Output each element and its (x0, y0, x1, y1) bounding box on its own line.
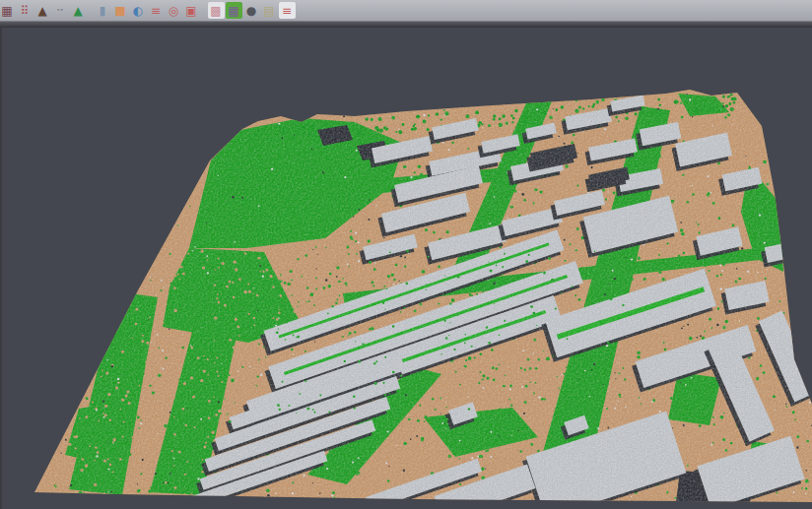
dark-grain-overlay (0, 84, 812, 509)
point-cloud-scene (0, 0, 812, 509)
cloud-clip-group (0, 84, 812, 509)
application-window: ▦⠿▲⠒▲▮■◐≡◎▣▩▦●▤≡ (0, 0, 812, 509)
viewport-3d[interactable] (0, 28, 812, 509)
